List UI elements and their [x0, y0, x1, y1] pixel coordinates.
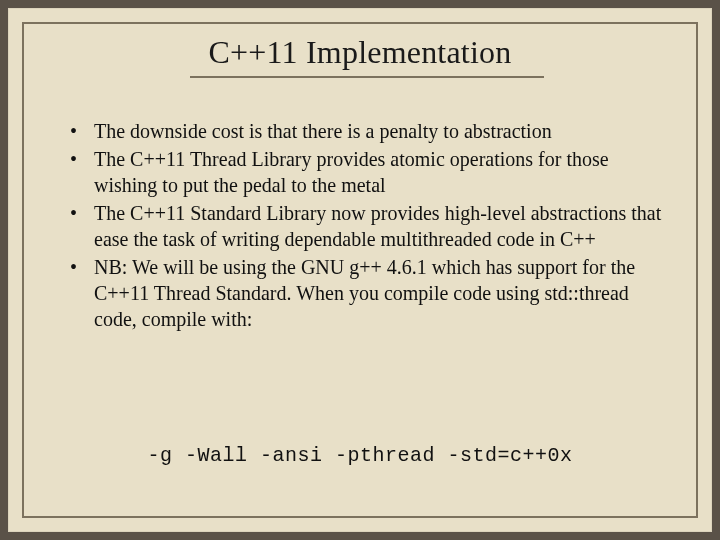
list-item: NB: We will be using the GNU g++ 4.6.1 w… [70, 254, 664, 332]
list-item: The downside cost is that there is a pen… [70, 118, 664, 144]
bullet-text: The C++11 Thread Library provides atomic… [94, 148, 609, 196]
bullet-list: The downside cost is that there is a pen… [70, 118, 664, 332]
slide: C++11 Implementation The downside cost i… [8, 8, 712, 532]
list-item: The C++11 Standard Library now provides … [70, 200, 664, 252]
slide-title: C++11 Implementation [8, 34, 712, 71]
title-underline [190, 76, 544, 78]
code-line: -g -Wall -ansi -pthread -std=c++0x [8, 444, 712, 467]
slide-body: The downside cost is that there is a pen… [70, 118, 664, 334]
list-item: The C++11 Thread Library provides atomic… [70, 146, 664, 198]
bullet-text: The downside cost is that there is a pen… [94, 120, 552, 142]
bullet-text: The C++11 Standard Library now provides … [94, 202, 661, 250]
bullet-text: NB: We will be using the GNU g++ 4.6.1 w… [94, 256, 635, 330]
